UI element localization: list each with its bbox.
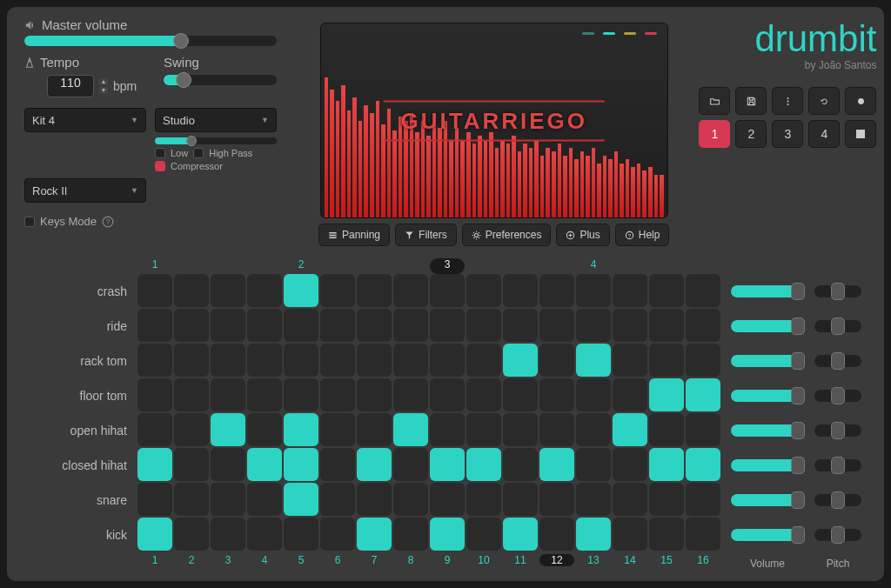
step-cell[interactable] — [174, 309, 209, 342]
step-cell[interactable] — [174, 483, 209, 516]
step-cell[interactable] — [539, 309, 574, 342]
pattern-3-button[interactable]: 3 — [772, 120, 803, 148]
step-cell[interactable] — [430, 518, 465, 551]
step-cell[interactable] — [686, 518, 720, 551]
preferences-tab[interactable]: Preferences — [462, 224, 552, 246]
step-cell[interactable] — [211, 344, 245, 377]
step-cell[interactable] — [174, 413, 209, 446]
step-cell[interactable] — [137, 309, 172, 342]
step-cell[interactable] — [649, 274, 684, 307]
track-pitch-slider[interactable] — [814, 355, 861, 367]
step-cell[interactable] — [211, 448, 245, 481]
stop-button[interactable] — [845, 120, 876, 148]
step-cell[interactable] — [503, 448, 538, 481]
step-cell[interactable] — [686, 448, 720, 481]
step-cell[interactable] — [393, 344, 428, 377]
step-cell[interactable] — [357, 309, 392, 342]
step-cell[interactable] — [466, 518, 501, 551]
step-cell[interactable] — [320, 344, 355, 377]
track-volume-slider[interactable] — [731, 320, 804, 332]
step-cell[interactable] — [686, 413, 720, 446]
step-cell[interactable] — [649, 378, 684, 411]
save-button[interactable] — [735, 87, 767, 115]
step-cell[interactable] — [211, 378, 245, 411]
step-cell[interactable] — [247, 448, 282, 481]
step-cell[interactable] — [649, 518, 684, 551]
tempo-spinner[interactable]: ▲▼ — [99, 77, 108, 95]
step-cell[interactable] — [137, 448, 172, 481]
step-cell[interactable] — [211, 518, 245, 551]
track-pitch-slider[interactable] — [814, 390, 861, 402]
step-cell[interactable] — [174, 378, 209, 411]
step-cell[interactable] — [503, 344, 538, 377]
step-cell[interactable] — [357, 518, 392, 551]
step-cell[interactable] — [357, 344, 392, 377]
step-cell[interactable] — [539, 344, 574, 377]
step-cell[interactable] — [247, 518, 282, 551]
step-cell[interactable] — [247, 309, 282, 342]
panning-tab[interactable]: Panning — [318, 224, 390, 246]
step-cell[interactable] — [393, 448, 428, 481]
step-cell[interactable] — [649, 413, 684, 446]
step-cell[interactable] — [576, 274, 611, 307]
track-volume-slider[interactable] — [731, 494, 804, 506]
step-cell[interactable] — [393, 309, 428, 342]
step-cell[interactable] — [613, 309, 647, 342]
step-cell[interactable] — [613, 344, 647, 377]
undo-button[interactable] — [808, 87, 840, 115]
step-cell[interactable] — [247, 344, 282, 377]
step-cell[interactable] — [503, 413, 538, 446]
track-volume-slider[interactable] — [731, 424, 804, 437]
step-cell[interactable] — [393, 274, 428, 307]
step-cell[interactable] — [576, 413, 611, 446]
step-cell[interactable] — [320, 378, 355, 411]
step-cell[interactable] — [137, 483, 172, 516]
track-pitch-slider[interactable] — [814, 320, 861, 332]
pattern-2-button[interactable]: 2 — [735, 120, 767, 148]
step-cell[interactable] — [430, 378, 465, 411]
step-cell[interactable] — [613, 448, 647, 481]
step-cell[interactable] — [503, 483, 538, 516]
step-cell[interactable] — [247, 274, 282, 307]
track-pitch-slider[interactable] — [814, 529, 861, 541]
step-cell[interactable] — [613, 378, 647, 411]
step-cell[interactable] — [539, 413, 574, 446]
step-cell[interactable] — [686, 378, 720, 411]
step-cell[interactable] — [393, 413, 428, 446]
step-cell[interactable] — [576, 518, 611, 551]
track-pitch-slider[interactable] — [814, 285, 861, 297]
step-cell[interactable] — [174, 448, 209, 481]
tempo-input[interactable]: 110 — [47, 75, 94, 97]
step-cell[interactable] — [539, 378, 574, 411]
step-cell[interactable] — [576, 448, 611, 481]
step-cell[interactable] — [137, 274, 172, 307]
pattern-4-button[interactable]: 4 — [808, 120, 840, 148]
step-cell[interactable] — [613, 413, 647, 446]
step-cell[interactable] — [284, 378, 318, 411]
swing-slider[interactable] — [164, 75, 277, 85]
step-cell[interactable] — [430, 448, 465, 481]
step-cell[interactable] — [137, 378, 172, 411]
master-volume-slider[interactable] — [24, 36, 277, 46]
compressor-checkbox[interactable] — [155, 161, 165, 171]
track-pitch-slider[interactable] — [814, 459, 861, 471]
step-cell[interactable] — [320, 413, 355, 446]
step-cell[interactable] — [284, 309, 318, 342]
help-icon[interactable]: ? — [102, 216, 114, 228]
plus-tab[interactable]: Plus — [556, 224, 609, 246]
step-cell[interactable] — [430, 483, 465, 516]
step-cell[interactable] — [174, 274, 209, 307]
step-cell[interactable] — [357, 483, 392, 516]
step-cell[interactable] — [247, 413, 282, 446]
step-cell[interactable] — [649, 309, 684, 342]
step-cell[interactable] — [539, 483, 574, 516]
high-pass-checkbox[interactable] — [193, 148, 204, 158]
step-cell[interactable] — [137, 413, 172, 446]
room-dropdown[interactable]: Studio▼ — [155, 108, 277, 132]
step-cell[interactable] — [284, 483, 318, 516]
step-cell[interactable] — [539, 274, 574, 307]
step-cell[interactable] — [247, 378, 282, 411]
step-cell[interactable] — [430, 309, 465, 342]
step-cell[interactable] — [576, 344, 611, 377]
step-cell[interactable] — [320, 309, 355, 342]
